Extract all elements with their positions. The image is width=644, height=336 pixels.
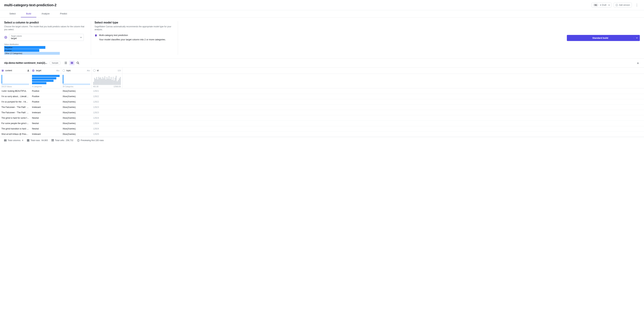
svg-rect-20 (27, 141, 29, 142)
column-name: topic (66, 69, 71, 72)
viz-topic: 28 Categories (61, 74, 92, 88)
hist-bar (113, 77, 114, 85)
dist-bar-other: Other (2 Categories) (4, 52, 60, 55)
svg-rect-15 (4, 139, 5, 142)
cell-content: The Falconeer - 'The Path' Game… (0, 110, 30, 115)
tiny-bar (2, 81, 2, 81)
svg-rect-17 (6, 139, 6, 142)
radio-icon[interactable] (93, 69, 96, 72)
tab-analyze[interactable]: Analyze (36, 10, 55, 17)
model-type-desc: SageMaker Canvas automatically recommend… (94, 25, 174, 31)
plus-circle-icon (616, 4, 618, 6)
hist-bar (100, 77, 101, 85)
tiny-bar-other (2, 84, 29, 85)
tab-build[interactable]: Build (21, 10, 36, 17)
viz-content: 19123 Values (0, 74, 30, 88)
total-rows: Total rows: 64,683 (27, 139, 48, 142)
label: Total cells: (55, 139, 65, 142)
target-column-label: Target column (11, 35, 82, 37)
mini-bar (32, 77, 56, 80)
table-row[interactable]: I'm so sorry about... Literally can…Posi… (0, 94, 644, 99)
tiny-bar (62, 78, 64, 79)
cell-content: Shot at kofi lmfaoo @ PressStar… (0, 132, 30, 137)
build-button-dropdown[interactable] (634, 37, 640, 38)
preview-info: Previewing first 100 rows (77, 139, 104, 142)
dataset-name: nlp-demo-twitter-sentiment_train(2)... (4, 62, 47, 64)
select-column-title: Select a column to predict (4, 21, 88, 24)
hist-bar (96, 77, 97, 85)
cell-topic: Xbox(Xseries) (61, 121, 92, 126)
tiny-bar (2, 82, 2, 83)
standard-build-button[interactable]: Standard build (567, 35, 640, 41)
table-row[interactable]: Shot at kofi lmfaoo @ PressStar…Irreleva… (0, 132, 644, 137)
column-header-id[interactable]: id 123 (92, 68, 122, 74)
hist-bar (118, 80, 119, 85)
cell-content: <unk> looking BEAUTIFUL (0, 88, 30, 94)
tiny-bar (62, 79, 64, 80)
radio-selected-icon[interactable] (2, 69, 4, 72)
cell-topic: Xbox(Xseries) (61, 94, 92, 99)
hist-bar (100, 78, 100, 85)
hist-bar (104, 78, 104, 85)
viz-id: 401.00 12560.05 (92, 74, 122, 88)
add-version-button[interactable]: Add version (614, 2, 632, 8)
tiny-bar (2, 80, 2, 81)
target-column-select[interactable]: Target column target (9, 34, 84, 41)
column-header-content[interactable]: content A (0, 68, 30, 74)
cell-id: 12924 (92, 121, 122, 126)
chevron-double-up-icon (637, 62, 639, 64)
tiny-bar (62, 78, 64, 78)
table-row[interactable]: <unk> looking BEAUTIFULPositiveXbox(Xser… (0, 88, 644, 94)
table-row[interactable]: The grind transition is hard for s…Neutr… (0, 126, 644, 132)
data-rows: <unk> looking BEAUTIFULPositiveXbox(Xser… (0, 88, 644, 137)
column-viz-row: 19123 Values 4 Categories 28 Categories … (0, 74, 644, 88)
svg-point-26 (78, 140, 78, 140)
version-selector[interactable]: V1 Draft (592, 2, 611, 8)
page-header: multi-category-text-prediction-2 V1 Draf… (0, 0, 644, 10)
viz-summary-max: 12560.05 (114, 86, 121, 88)
table-row[interactable]: The Falconeer - 'The Path' Game…Irreleva… (0, 110, 644, 115)
tiny-bar (2, 77, 2, 77)
collapse-button[interactable] (636, 61, 640, 65)
hist-bar (117, 81, 118, 85)
hist-bar (111, 77, 112, 85)
total-cells: Total cells: 258,732 (52, 139, 73, 142)
column-type: Abc (87, 70, 90, 72)
viz-summary-min: 401.00 (93, 86, 98, 88)
tiny-bar (62, 80, 64, 80)
hist-bar (101, 79, 102, 85)
viz-summary-text: 19123 Values (2, 86, 12, 88)
tiny-bar (62, 75, 64, 76)
hist-bar (106, 80, 106, 85)
search-button[interactable] (75, 61, 81, 65)
table-row[interactable]: The Falconeer - 'The Path' Game…Irreleva… (0, 104, 644, 110)
hist-bar (104, 76, 105, 85)
column-view-button[interactable] (69, 61, 74, 65)
hist-bar (114, 80, 114, 85)
column-header-target[interactable]: target Abc (30, 68, 61, 74)
column-headers: content A target Abc topic Abc id 123 (0, 68, 644, 74)
sample-button[interactable]: Sample (50, 61, 60, 65)
table-row[interactable]: For some people the grind is eve…Neutral… (0, 121, 644, 126)
hist-bar (102, 77, 103, 85)
cell-id: 12923 (92, 110, 122, 115)
cell-topic: Xbox(Xseries) (61, 99, 92, 104)
tab-select[interactable]: Select (4, 10, 21, 17)
search-icon (77, 62, 79, 64)
more-menu-button[interactable]: ⋮ (634, 2, 640, 8)
model-type-title: Select model type (94, 21, 174, 24)
tab-predict[interactable]: Predict (55, 10, 72, 17)
hist-bar (106, 77, 108, 85)
svg-point-14 (33, 70, 34, 71)
cell-target: Neutral (30, 126, 61, 131)
table-row[interactable]: The grind is hard for some folks …Neutra… (0, 115, 644, 121)
radio-icon[interactable] (62, 69, 65, 72)
viz-summary-text: 28 Categories (62, 86, 73, 88)
tiny-bar (2, 78, 2, 78)
tiny-bar (2, 76, 2, 76)
table-row[interactable]: I'm so pumped for the . I literall…Posit… (0, 99, 644, 104)
list-view-button[interactable] (63, 61, 69, 65)
cell-topic: Xbox(Xseries) (61, 115, 92, 120)
hist-bar (97, 80, 98, 85)
column-header-topic[interactable]: topic Abc (61, 68, 92, 74)
